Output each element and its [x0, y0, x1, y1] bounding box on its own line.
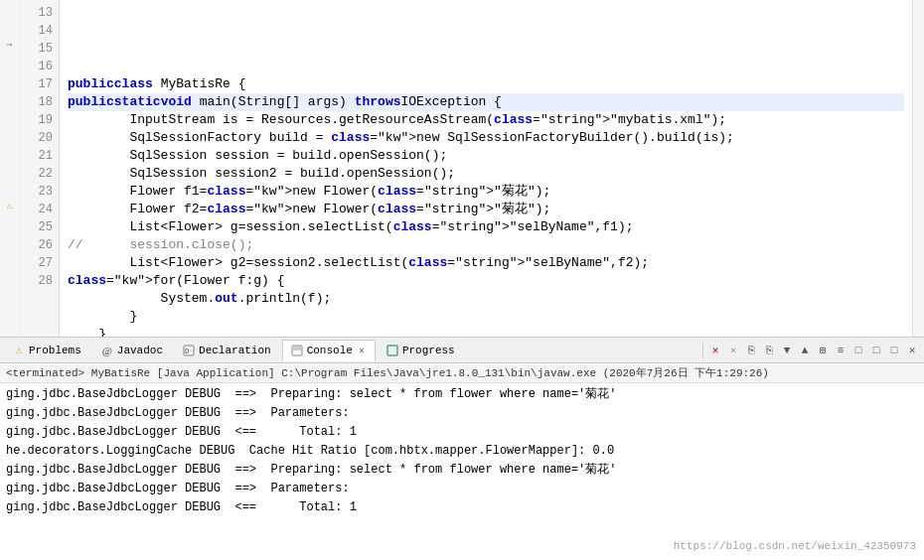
gutter-cell [0, 71, 19, 89]
tab-progress[interactable]: Progress [378, 340, 464, 361]
line-number: 14 [26, 22, 53, 40]
close-panel-button[interactable]: ✕ [904, 343, 920, 358]
bottom-panel: ⚠Problems@JavadocDDeclarationConsole✕Pro… [0, 338, 924, 560]
console-line: ging.jdbc.BaseJdbcLogger DEBUG ==> Prepa… [6, 461, 918, 480]
toolbar-separator [702, 343, 703, 358]
svg-rect-4 [387, 346, 397, 355]
console-line: ging.jdbc.BaseJdbcLogger DEBUG ==> Param… [6, 480, 918, 498]
console-line: he.decorators.LoggingCache DEBUG Cache H… [6, 442, 918, 461]
code-line: } [68, 308, 904, 326]
gutter-cell [0, 143, 19, 161]
tab-label-progress: Progress [402, 345, 455, 356]
gutter-cell [0, 54, 19, 71]
tab-icon-progress [386, 345, 398, 356]
tab-icon-problems: ⚠ [13, 345, 25, 356]
console-line: ging.jdbc.BaseJdbcLogger DEBUG ==> Param… [6, 404, 918, 423]
remove-button[interactable]: ✕ [725, 343, 741, 358]
console-output[interactable]: ging.jdbc.BaseJdbcLogger DEBUG ==> Prepa… [0, 383, 924, 560]
gutter-cell [0, 161, 19, 179]
code-line: public static void main(String[] args) t… [68, 93, 904, 111]
code-line: public class MyBatisRe { [68, 75, 904, 93]
code-line: // session.close(); [68, 236, 904, 254]
gutter-cell: ⇒ [0, 36, 19, 54]
code-line: System.out.println(f); [68, 290, 904, 308]
code-line: SqlSession session = build.openSession()… [68, 147, 904, 165]
line-number: 13 [26, 4, 53, 22]
code-line: Flower f1=class="kw">new Flower(class="s… [68, 183, 904, 201]
line-number: 22 [26, 165, 53, 183]
menu-button[interactable]: ≡ [833, 343, 848, 358]
scroll-top-button[interactable]: ▲ [797, 343, 813, 358]
code-line: List<Flower> g=session.selectList(class=… [68, 218, 904, 236]
code-line: } [68, 326, 904, 337]
tab-problems[interactable]: ⚠Problems [4, 340, 90, 361]
code-line: class="kw">for(Flower f:g) { [68, 272, 904, 290]
line-number: 15 [26, 40, 53, 58]
gutter-area: ⇒⚠ [0, 0, 20, 337]
code-line: InputStream is = Resources.getResourceAs… [68, 111, 904, 129]
line-number: 19 [26, 111, 53, 129]
code-line: SqlSession session2 = build.openSession(… [68, 165, 904, 183]
tab-label-declaration: Declaration [199, 345, 271, 356]
gutter-cell [0, 107, 19, 125]
copy-button[interactable]: ⎘ [743, 343, 759, 358]
code-line: SqlSessionFactory build = class="kw">new… [68, 129, 904, 147]
vertical-scrollbar[interactable] [912, 0, 924, 337]
console-line: ging.jdbc.BaseJdbcLogger DEBUG <== Total… [6, 423, 918, 442]
line-number: 24 [26, 201, 53, 218]
code-editor: ⇒⚠ 13141516171819202122232425262728 publ… [0, 0, 924, 338]
tab-label-console: Console [307, 345, 353, 356]
minimize-button[interactable]: □ [850, 343, 866, 358]
line-number: 28 [26, 272, 53, 290]
line-number: 27 [26, 254, 53, 272]
gutter-cell [0, 250, 19, 268]
console-line: ging.jdbc.BaseJdbcLogger DEBUG <== Total… [6, 498, 918, 517]
line-number: 23 [26, 183, 53, 201]
line-number: 25 [26, 218, 53, 236]
tab-icon-declaration: D [183, 345, 195, 356]
code-line: Flower f2=class="kw">new Flower(class="s… [68, 201, 904, 218]
gutter-cell [0, 125, 19, 143]
code-content[interactable]: public class MyBatisRe { public static v… [60, 0, 912, 337]
gutter-cell [0, 232, 19, 250]
maximize-button[interactable]: □ [868, 343, 884, 358]
tab-console[interactable]: Console✕ [282, 340, 376, 361]
line-number: 26 [26, 236, 53, 254]
pin-button[interactable]: ⊞ [815, 343, 831, 358]
line-number: 21 [26, 147, 53, 165]
svg-rect-3 [293, 347, 301, 350]
line-number: 20 [26, 129, 53, 147]
stop-button[interactable]: ✕ [707, 343, 723, 358]
tab-icon-console [291, 345, 303, 356]
watermark: https://blog.csdn.net/weixin_42350973 [674, 537, 916, 556]
gutter-cell [0, 0, 19, 18]
line-number: 16 [26, 58, 53, 75]
scroll-lock-button[interactable]: ▼ [779, 343, 795, 358]
code-line: List<Flower> g2=session2.selectList(clas… [68, 254, 904, 272]
line-number: 18 [26, 93, 53, 111]
tab-toolbar: ✕✕⎘⎘▼▲⊞≡□□□✕ [700, 343, 920, 358]
restore-button[interactable]: □ [886, 343, 902, 358]
tab-declaration[interactable]: DDeclaration [174, 340, 280, 361]
tab-label-javadoc: Javadoc [117, 345, 163, 356]
gutter-cell [0, 214, 19, 232]
gutter-cell [0, 89, 19, 107]
console-line: ging.jdbc.BaseJdbcLogger DEBUG ==> Prepa… [6, 385, 918, 404]
copy2-button[interactable]: ⎘ [761, 343, 777, 358]
terminated-bar: <terminated> MyBatisRe [Java Application… [0, 363, 924, 383]
terminated-text: <terminated> MyBatisRe [Java Application… [6, 367, 769, 379]
gutter-cell [0, 18, 19, 36]
line-numbers: 13141516171819202122232425262728 [20, 0, 60, 337]
gutter-cell [0, 179, 19, 197]
tab-javadoc[interactable]: @Javadoc [92, 340, 172, 361]
svg-text:D: D [185, 348, 189, 355]
tab-label-problems: Problems [29, 345, 81, 356]
gutter-cell [0, 268, 19, 286]
gutter-cell: ⚠ [0, 197, 19, 214]
code-line [68, 58, 904, 75]
tab-icon-javadoc: @ [101, 345, 113, 356]
line-number: 17 [26, 75, 53, 93]
tab-close-console[interactable]: ✕ [357, 345, 367, 356]
tab-bar: ⚠Problems@JavadocDDeclarationConsole✕Pro… [0, 338, 924, 363]
